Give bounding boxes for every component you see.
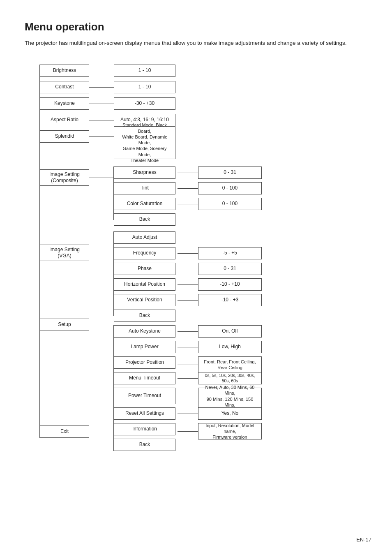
box-aspect-ratio: Aspect Ratio (40, 114, 89, 126)
box-color-saturation-val: 0 - 100 (198, 198, 262, 210)
box-splendid: Splendid (40, 130, 89, 143)
h-col2-power-timeout (113, 396, 114, 396)
box-keystone: Keystone (40, 97, 89, 110)
box-power-timeout: Power Timeout (114, 388, 175, 404)
box-exit: Exit (40, 426, 89, 438)
box-frequency-val: -5 - +5 (198, 247, 262, 259)
box-horizontal-position-val: -10 - +10 (198, 278, 262, 291)
box-splendid-val: Standard Mode, Black Board, White Board,… (114, 126, 175, 159)
h-col2-vert (113, 300, 114, 301)
h-conn-horiz (178, 284, 198, 285)
h-conn-phase (178, 269, 198, 269)
h-conn-img-composite (89, 178, 114, 178)
box-reset-all-settings: Reset All Settings (114, 407, 175, 420)
vtruck-col1 (40, 71, 40, 432)
box-information-val: Input, Resolution, Model name, Firmware … (198, 423, 262, 439)
h-conn-tint (178, 188, 198, 189)
h-conn-sharpness (178, 173, 198, 173)
h-conn-reset (178, 414, 198, 414)
h-col2-lamp (113, 347, 114, 347)
h-conn-img-vga (89, 253, 114, 253)
box-lamp-power: Lamp Power (114, 341, 175, 353)
box-sharpness: Sharpness (114, 166, 175, 179)
box-auto-adjust: Auto Adjust (114, 231, 175, 244)
h-col2-back1 (113, 220, 114, 220)
box-brightness-val: 1 - 10 (114, 65, 175, 77)
box-tint-val: 0 - 100 (198, 182, 262, 194)
box-auto-keystone-val: On, Off (198, 325, 262, 338)
h-col2-autokeystone (113, 331, 114, 332)
box-back2: Back (114, 310, 175, 322)
h-col1-setup (39, 325, 40, 325)
box-projector-position: Projector Position (114, 356, 175, 369)
box-menu-timeout-val: 0s, 5s, 10s, 20s, 30s, 40s, 50s, 60s (198, 372, 262, 384)
h-col1-exit (39, 432, 40, 432)
v-col1-trunk (39, 65, 40, 438)
h-col2-back2 (113, 316, 114, 316)
intro-text: The projector has multilingual on-screen… (25, 39, 367, 47)
h-conn-splendid (89, 136, 114, 137)
box-sharpness-val: 0 - 31 (198, 166, 262, 179)
h-col1-contrast (39, 87, 40, 88)
page-number: EN-17 (356, 536, 371, 543)
box-menu-timeout: Menu Timeout (114, 372, 175, 384)
box-power-timeout-val: Never, Auto, 30 Mins, 60 Mins, 90 Mins, … (198, 388, 262, 410)
h-col1-img-composite (39, 178, 40, 178)
box-vertical-position-val: -10 - +3 (198, 294, 262, 306)
box-image-setting-vga: Image Setting (VGA) (40, 245, 89, 261)
h-col2-proj-pos (113, 363, 114, 363)
h-conn-aspect-ratio (89, 120, 114, 120)
h-conn-menu-timeout (178, 378, 198, 379)
h-col2-back3 (113, 445, 114, 445)
box-projector-position-val: Front, Rear, Front Ceiling, Rear Ceiling (198, 356, 262, 373)
box-lamp-power-val: Low, High (198, 341, 262, 353)
h-conn-brightness (89, 71, 114, 71)
h-conn-contrast (89, 87, 114, 88)
h-conn-proj-pos (178, 365, 198, 365)
page-title: Menu operation (25, 21, 367, 33)
h-conn-power-timeout (178, 397, 198, 397)
box-information: Information (114, 423, 175, 435)
h-col2-color-sat (113, 204, 114, 204)
box-reset-all-settings-val: Yes, No (198, 407, 262, 420)
h-col2-sharpness (113, 173, 114, 173)
box-phase-val: 0 - 31 (198, 263, 262, 275)
v-col2-composite-trunk (113, 166, 114, 220)
h-col1-splendid (39, 136, 40, 137)
h-conn-lamp (178, 347, 198, 347)
h-col2-info (113, 429, 114, 430)
h-col2-menu-timeout (113, 378, 114, 379)
box-back1: Back (114, 213, 175, 226)
box-color-saturation: Color Saturation (114, 198, 175, 210)
h-conn-freq (178, 253, 198, 254)
box-vertical-position: Vertical Position (114, 294, 175, 306)
box-phase: Phase (114, 263, 175, 275)
h-conn-info (178, 431, 198, 432)
h-col1-img-vga (39, 253, 40, 253)
box-auto-keystone: Auto Keystone (114, 325, 175, 338)
box-keystone-val: -30 - +30 (114, 97, 175, 110)
h-conn-vert (178, 300, 198, 301)
v-col2-setup-trunk (113, 325, 114, 451)
box-back3: Back (114, 439, 175, 451)
h-col2-phase (113, 269, 114, 269)
h-col1-brightness (39, 71, 40, 71)
h-col2-tint (113, 188, 114, 189)
h-conn-color-sat (178, 204, 198, 204)
box-contrast: Contrast (40, 81, 89, 93)
box-setup: Setup (40, 319, 89, 331)
box-contrast-val: 1 - 10 (114, 81, 175, 93)
v-col2-vga-trunk (113, 231, 114, 316)
box-image-setting-composite: Image Setting (Composite) (40, 169, 89, 186)
h-col1-aspect-ratio (39, 120, 40, 120)
menu-diagram: Brightness Contrast Keystone Aspect Rati… (28, 60, 364, 455)
h-col2-horiz (113, 284, 114, 285)
h-conn-keystone (89, 104, 114, 104)
h-col2-reset (113, 414, 114, 414)
box-frequency: Frequency (114, 247, 175, 259)
box-horizontal-position: Horizontal Position (114, 278, 175, 291)
box-brightness: Brightness (40, 65, 89, 77)
h-col2-freq (113, 253, 114, 254)
h-conn-setup (89, 325, 114, 325)
h-col2-autoadj (113, 238, 114, 238)
